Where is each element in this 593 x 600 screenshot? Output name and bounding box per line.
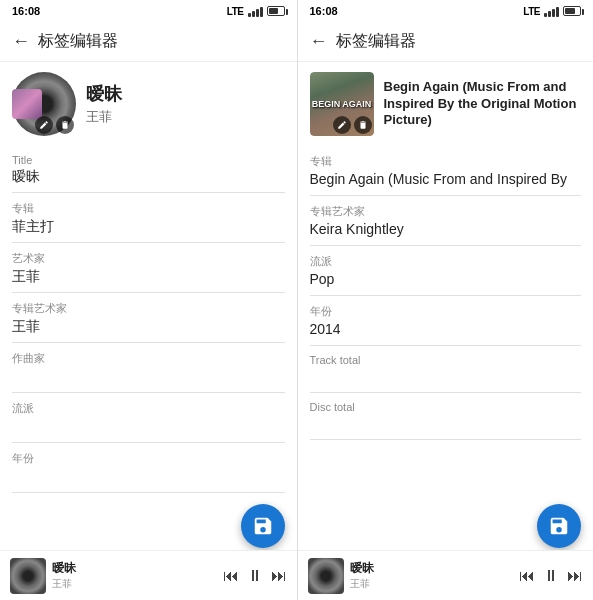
pause-button-left[interactable]: ⏸ (247, 567, 263, 585)
field-label-genre-right: 流派 (310, 254, 582, 269)
field-composer: 作曲家 (12, 343, 285, 393)
save-icon-left (252, 515, 274, 537)
field-value-genre[interactable] (12, 418, 285, 438)
song-info-left: 暧昧 王菲 (86, 82, 285, 126)
field-value-composer[interactable] (12, 368, 285, 388)
player-controls-left: ⏮ ⏸ ⏭ (223, 567, 287, 585)
field-artist: 艺术家 王菲 (12, 243, 285, 293)
battery-fill-left (269, 8, 279, 14)
page-title-left: 标签编辑器 (38, 31, 118, 52)
field-album-artist: 专辑艺术家 王菲 (12, 293, 285, 343)
save-fab-right[interactable] (537, 504, 581, 548)
signal-bars-left (248, 5, 263, 17)
edit-icon-right (337, 120, 347, 130)
field-label-genre: 流派 (12, 401, 285, 416)
lte-icon-left: LTE (227, 6, 244, 17)
field-year-right: 年份 2014 (310, 296, 582, 346)
save-fab-left[interactable] (241, 504, 285, 548)
edit-icon (39, 120, 49, 130)
player-song-sub-right: 王菲 (350, 577, 514, 591)
field-album-right: 专辑 Begin Again (Music From and Inspired … (310, 146, 582, 196)
back-button-right[interactable]: ← (310, 31, 328, 52)
signal-bar-4 (260, 7, 263, 17)
field-value-track-total[interactable] (310, 368, 582, 388)
status-right-left: LTE (227, 5, 285, 17)
delete-art-button-right[interactable] (354, 116, 372, 134)
field-value-album-right[interactable]: Begin Again (Music From and Inspired By (310, 171, 582, 191)
signal-bar-2 (252, 11, 255, 17)
album-art-left (12, 72, 76, 136)
back-button-left[interactable]: ← (12, 31, 30, 52)
prev-button-left[interactable]: ⏮ (223, 567, 239, 585)
field-label-album-artist: 专辑艺术家 (12, 301, 285, 316)
album-icons-right (333, 116, 372, 134)
album-art-text: BEGIN AGAIN (310, 97, 374, 112)
field-album: 专辑 菲主打 (12, 193, 285, 243)
field-value-title[interactable]: 暧昧 (12, 168, 285, 188)
player-song-sub-left: 王菲 (52, 577, 217, 591)
status-bar-right: 16:08 LTE (298, 0, 594, 22)
pause-button-right[interactable]: ⏸ (543, 567, 559, 585)
field-label-album: 专辑 (12, 201, 285, 216)
field-label-composer: 作曲家 (12, 351, 285, 366)
field-label-track-total: Track total (310, 354, 582, 366)
lte-icon-right: LTE (523, 6, 540, 17)
field-label-album-artist-right: 专辑艺术家 (310, 204, 582, 219)
delete-art-button[interactable] (56, 116, 74, 134)
field-genre: 流派 (12, 393, 285, 443)
top-bar-left: ← 标签编辑器 (0, 22, 297, 62)
song-header-left: 暧昧 王菲 (0, 62, 297, 146)
field-label-album-right: 专辑 (310, 154, 582, 169)
right-panel: 16:08 LTE ← 标签编辑器 BEGIN AGAIN (297, 0, 594, 600)
battery-fill-right (565, 8, 575, 14)
song-header-right: BEGIN AGAIN Begin Again (Music From and … (298, 62, 594, 146)
edit-art-button[interactable] (35, 116, 53, 134)
player-song-info-left: 暧昧 王菲 (52, 560, 217, 591)
field-year: 年份 (12, 443, 285, 493)
field-value-year-right[interactable]: 2014 (310, 321, 582, 341)
field-value-album-artist[interactable]: 王菲 (12, 318, 285, 338)
field-value-disc-total[interactable] (310, 415, 582, 435)
song-artist-left: 王菲 (86, 108, 285, 126)
album-cover (12, 89, 42, 119)
status-time-right: 16:08 (310, 5, 338, 17)
battery-left (267, 6, 285, 16)
signal-bar-1 (248, 13, 251, 17)
signal-bar-r2 (548, 11, 551, 17)
battery-right (563, 6, 581, 16)
top-bar-right: ← 标签编辑器 (298, 22, 594, 62)
signal-bar-r4 (556, 7, 559, 17)
player-thumb-img-left (10, 558, 46, 594)
player-thumb-img-right (308, 558, 344, 594)
album-icons (35, 116, 74, 134)
field-track-total: Track total (310, 346, 582, 393)
next-button-left[interactable]: ⏭ (271, 567, 287, 585)
field-value-album[interactable]: 菲主打 (12, 218, 285, 238)
field-value-artist[interactable]: 王菲 (12, 268, 285, 288)
edit-art-button-right[interactable] (333, 116, 351, 134)
song-info-right: Begin Again (Music From and Inspired By … (384, 79, 582, 130)
next-button-right[interactable]: ⏭ (567, 567, 583, 585)
field-value-year[interactable] (12, 468, 285, 488)
album-art-right: BEGIN AGAIN (310, 72, 374, 136)
status-right-right: LTE (523, 5, 581, 17)
song-title-right: Begin Again (Music From and Inspired By … (384, 79, 582, 130)
left-panel: 16:08 LTE ← 标签编辑器 (0, 0, 297, 600)
player-song-title-left: 暧昧 (52, 560, 217, 577)
player-thumb-left (10, 558, 46, 594)
signal-bars-right (544, 5, 559, 17)
signal-bar-r3 (552, 9, 555, 17)
delete-icon (60, 120, 70, 130)
page-title-right: 标签编辑器 (336, 31, 416, 52)
player-bar-left: 暧昧 王菲 ⏮ ⏸ ⏭ (0, 550, 297, 600)
prev-button-right[interactable]: ⏮ (519, 567, 535, 585)
field-value-album-artist-right[interactable]: Keira Knightley (310, 221, 582, 241)
status-time-left: 16:08 (12, 5, 40, 17)
player-song-info-right: 暧昧 王菲 (350, 560, 514, 591)
status-bar-left: 16:08 LTE (0, 0, 297, 22)
player-bar-right: 暧昧 王菲 ⏮ ⏸ ⏭ (298, 550, 594, 600)
field-disc-total: Disc total (310, 393, 582, 440)
field-value-genre-right[interactable]: Pop (310, 271, 582, 291)
signal-bar-r1 (544, 13, 547, 17)
field-label-title: Title (12, 154, 285, 166)
